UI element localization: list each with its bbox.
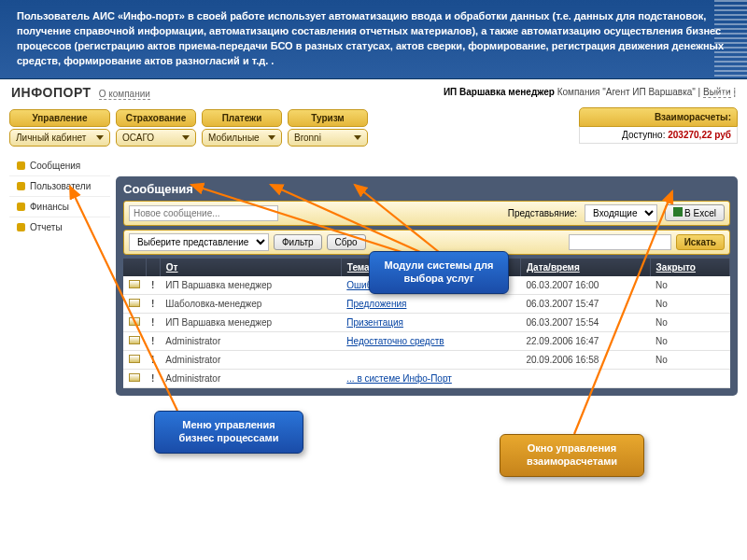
export-excel-button[interactable]: В Excel (665, 204, 725, 221)
envelope-icon (129, 317, 140, 326)
representation-select[interactable]: Выберите представление (129, 233, 269, 251)
priority-icon: ! (146, 331, 160, 350)
reset-button[interactable]: Сбро (327, 234, 366, 250)
side-item-reports[interactable]: Отчеты (9, 217, 110, 237)
table-row[interactable]: !Administrator... в системе Инфо-Порт (123, 369, 730, 387)
col-from[interactable]: От (160, 259, 341, 276)
view-label: Представьяние: (508, 208, 577, 218)
view-select[interactable]: Входящие (585, 204, 657, 222)
description-banner: Пользователь АИС «Инфо-порт» в своей раб… (0, 0, 747, 79)
filter-button[interactable]: Фильтр (274, 234, 322, 250)
envelope-icon (129, 280, 140, 288)
envelope-icon (129, 299, 140, 307)
chevron-down-icon (268, 135, 275, 140)
envelope-icon (129, 336, 140, 344)
priority-icon: ! (146, 350, 160, 369)
table-row[interactable]: !ИП Варшавка менеджерПризентация06.03.20… (123, 313, 730, 331)
module-payments-head[interactable]: Платежи (202, 109, 282, 127)
col-priority[interactable] (146, 259, 160, 276)
module-insurance-head[interactable]: Страхование (116, 109, 196, 127)
about-link[interactable]: О компании (99, 89, 150, 100)
folder-icon (17, 161, 25, 170)
side-item-messages[interactable]: Сообщения (9, 156, 110, 175)
folder-icon (17, 203, 25, 211)
priority-icon: ! (146, 294, 160, 313)
module-insurance-sub[interactable]: ОСАГО (116, 129, 196, 147)
table-row[interactable]: !AdministratorНедостаточно средств22.09.… (123, 331, 730, 350)
priority-icon: ! (146, 276, 160, 295)
folder-icon (17, 182, 25, 190)
panel-title: Сообщения (123, 182, 730, 196)
callout-menu: Меню управления бизнес процессами (154, 411, 303, 454)
module-payments-sub[interactable]: Мобильные (202, 129, 282, 147)
nav-manage-sub[interactable]: Личный кабинет (9, 129, 110, 147)
col-date[interactable]: Дата/время (520, 259, 650, 276)
priority-icon: ! (146, 313, 160, 331)
folder-icon (17, 223, 25, 231)
table-row[interactable]: !Шаболовка-менеджерПредложения06.03.2007… (123, 294, 730, 313)
brand-logo: ИНФОПОРТ (11, 85, 92, 100)
excel-icon (673, 207, 683, 217)
col-icon[interactable] (123, 259, 146, 276)
priority-icon: ! (146, 369, 160, 387)
callout-balance: Окно управления взаиморасчетами (500, 434, 644, 477)
side-item-finance[interactable]: Финансы (9, 196, 110, 217)
envelope-icon (129, 355, 140, 363)
new-message-input[interactable] (129, 205, 278, 221)
balance-body: Доступно: 203270,22 руб (579, 127, 738, 144)
title-bar: ИНФОПОРТ О компании ИП Варшавка менеджер… (0, 79, 747, 105)
nav-manage-head[interactable]: Управление (9, 109, 110, 127)
module-tourism-sub[interactable]: Bronni (288, 129, 368, 147)
module-tourism-head[interactable]: Туризм (288, 109, 368, 127)
banner-decoration (714, 0, 747, 107)
table-row[interactable]: !Administrator20.09.2006 16:58No (123, 350, 730, 369)
balance-widget[interactable]: Взаиморасчеты: Доступно: 203270,22 руб (579, 107, 738, 144)
balance-title: Взаиморасчеты: (579, 107, 738, 127)
callout-modules: Модули системы для выбора услуг (369, 251, 509, 294)
search-button[interactable]: Искать (676, 234, 725, 250)
chevron-down-icon (182, 135, 190, 140)
search-input[interactable] (569, 234, 671, 250)
new-message-bar: Представьяние: Входящие В Excel (123, 201, 730, 226)
side-menu: Сообщения Пользователи Финансы Отчеты (9, 156, 110, 237)
envelope-icon (129, 373, 140, 382)
chevron-down-icon (354, 135, 361, 140)
user-info: ИП Варшавка менеджер Компания "Агент ИП … (444, 87, 736, 97)
chevron-down-icon (96, 135, 104, 140)
side-item-users[interactable]: Пользователи (9, 175, 110, 196)
col-closed[interactable]: Закрыто (650, 259, 729, 276)
